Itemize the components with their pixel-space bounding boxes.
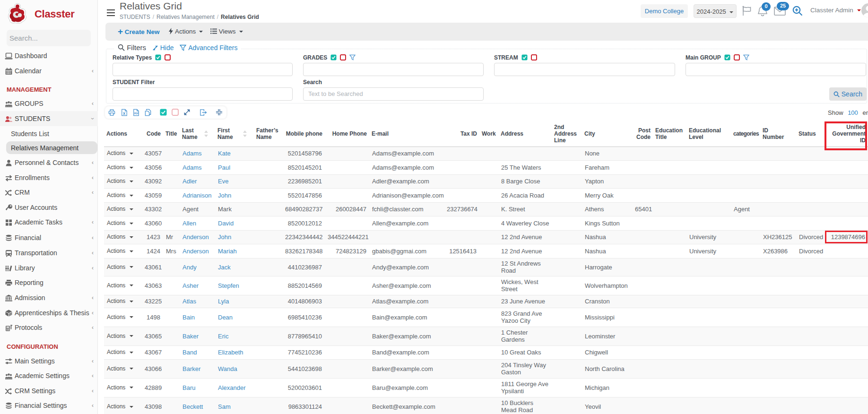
svg-text:PDF: PDF xyxy=(134,112,139,115)
